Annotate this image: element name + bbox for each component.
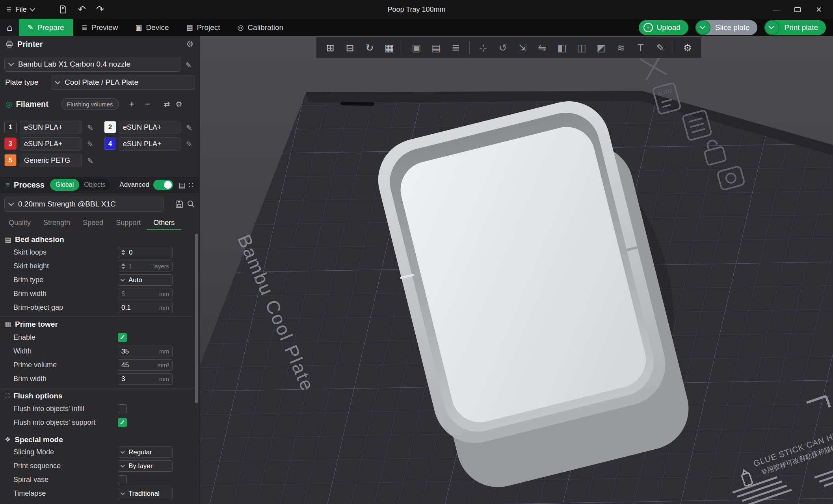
process-grid-icon[interactable]: ∷ [189, 180, 193, 190]
printer-settings-gear-icon[interactable]: ⚙ [186, 39, 193, 49]
text-tool-icon[interactable]: T [631, 39, 651, 56]
filament-settings-gear-icon[interactable]: ⚙ [176, 100, 182, 109]
close-button[interactable]: ✕ [810, 0, 827, 19]
flushing-volumes-button[interactable]: Flushing volumes [61, 98, 119, 110]
tab-prepare[interactable]: ✎ Prepare [19, 19, 73, 36]
variable-layer-height-icon[interactable]: ≋ [611, 39, 631, 56]
skirt-loops-input[interactable]: 0 [118, 247, 173, 258]
menu-icon[interactable]: ≡ [6, 4, 11, 15]
flush-support-checkbox[interactable] [118, 418, 127, 427]
tab-device[interactable]: ▣ Device [126, 19, 177, 36]
move-icon[interactable]: ⊹ [473, 39, 493, 56]
skirt-height-input[interactable]: 1 layers [118, 260, 173, 272]
add-model-icon[interactable]: ⊞ [320, 39, 340, 56]
filament-slot-4-edit-icon[interactable]: ✎ [186, 140, 192, 149]
filament-slot-2-edit-icon[interactable]: ✎ [186, 123, 192, 132]
slice-dropdown-icon[interactable] [695, 20, 710, 35]
viewport-3d-scene[interactable]: Bambu Cool Plate AUTO [200, 36, 833, 504]
filament-slot-5-select[interactable]: Generic PETG [20, 154, 82, 167]
tab-calibration[interactable]: ◎ Calibration [229, 19, 292, 36]
print-plate-button[interactable]: Print plate [764, 20, 826, 35]
spinner-icon[interactable] [121, 249, 125, 255]
filament-slot-4-color[interactable]: 4 [104, 138, 116, 150]
layers-icon[interactable]: ≣ [446, 39, 466, 56]
filament-slot-3-select[interactable]: eSUN PLA+ [20, 137, 82, 151]
filament-slot-5-color[interactable]: 5 [4, 154, 17, 166]
slice-plate-button[interactable]: Slice plate [695, 20, 758, 35]
maximize-button[interactable] [789, 0, 806, 19]
process-preset-select[interactable]: 0.20mm Strength @BBL X1C [4, 197, 164, 212]
tab-support[interactable]: Support [110, 217, 147, 230]
filament-slot-3-edit-icon[interactable]: ✎ [87, 140, 93, 149]
advanced-toggle[interactable] [153, 180, 173, 190]
file-menu[interactable]: File [15, 6, 27, 14]
file-menu-chevron-icon[interactable] [30, 6, 35, 11]
scope-objects[interactable]: Objects [79, 181, 110, 188]
viewport-3d[interactable]: Bambu Cool Plate AUTO [200, 36, 833, 504]
custom-settings-icon[interactable]: ⚙ [678, 39, 697, 56]
save-preset-icon[interactable] [175, 200, 184, 208]
paste-icon[interactable]: ▤ [426, 39, 446, 56]
brim-object-gap-input[interactable]: 0.1 mm [118, 302, 173, 313]
spinner-icon[interactable] [121, 263, 125, 269]
remove-filament-button[interactable]: − [145, 99, 151, 110]
split-to-parts-icon[interactable]: ◩ [591, 39, 611, 56]
prime-tower-width-input[interactable]: 35 mm [118, 346, 173, 357]
filament-slot-1-color[interactable]: 1 [4, 121, 17, 133]
printer-edit-icon[interactable]: ✎ [185, 61, 192, 70]
add-filament-button[interactable]: + [129, 99, 135, 110]
filament-sync-icon[interactable]: ⇄ [164, 100, 170, 109]
scale-icon[interactable]: ⇲ [513, 39, 532, 56]
lay-on-face-icon[interactable]: ◧ [552, 39, 572, 56]
prime-tower-header: ▥ Prime tower [0, 316, 193, 330]
tab-project-label: Project [197, 23, 220, 32]
chevron-down-icon [121, 449, 125, 454]
process-scope-toggle[interactable]: Global Objects [50, 179, 110, 191]
enable-checkbox[interactable] [118, 333, 127, 342]
brim-type-select[interactable]: Auto [118, 274, 173, 286]
tab-preview[interactable]: ≣ Preview [73, 19, 127, 36]
timelapse-select[interactable]: Traditional [118, 488, 173, 499]
tab-quality[interactable]: Quality [2, 217, 37, 230]
upload-button[interactable]: ↑ Upload [639, 20, 688, 35]
split-to-objects-icon[interactable]: ◫ [572, 39, 591, 56]
rotate-icon[interactable]: ↺ [493, 39, 513, 56]
brim-width-input[interactable]: 5 mm [118, 288, 173, 299]
redo-icon[interactable]: ↷ [96, 4, 104, 15]
plate-type-select[interactable]: Cool Plate / PLA Plate [51, 75, 195, 90]
printer-model-select[interactable]: Bambu Lab X1 Carbon 0.4 nozzle [4, 57, 180, 72]
tab-speed[interactable]: Speed [76, 217, 110, 230]
filament-slot-4-select[interactable]: eSUN PLA+ [119, 137, 180, 151]
paint-tool-icon[interactable]: ✎ [651, 39, 670, 56]
spiral-vase-checkbox[interactable] [118, 475, 127, 484]
flush-infill-checkbox[interactable] [118, 404, 127, 413]
filament-slot-3-color[interactable]: 3 [4, 138, 17, 150]
undo-icon[interactable]: ↶ [78, 4, 86, 15]
add-plate-icon[interactable]: ⊟ [340, 39, 360, 56]
prime-brim-width-input[interactable]: 3 mm [118, 373, 173, 385]
print-sequence-select[interactable]: By layer [118, 460, 173, 472]
filament-slot-1-select[interactable]: eSUN PLA+ [20, 121, 82, 134]
sidebar-scrollbar[interactable] [195, 234, 198, 403]
export-sdcard-icon[interactable] [58, 5, 68, 14]
tab-strength[interactable]: Strength [37, 217, 76, 230]
process-list-icon[interactable]: ▤ [178, 180, 186, 190]
search-icon[interactable] [187, 200, 195, 208]
arrange-icon[interactable]: ▦ [379, 39, 399, 56]
tab-project[interactable]: ▤ Project [177, 19, 229, 36]
scope-global[interactable]: Global [50, 179, 79, 191]
slicing-mode-select[interactable]: Regular [118, 446, 173, 458]
filament-slot-5-edit-icon[interactable]: ✎ [87, 156, 93, 166]
minimize-button[interactable]: — [768, 0, 785, 19]
mirror-icon[interactable]: ⇋ [532, 39, 552, 56]
tab-others[interactable]: Others [147, 217, 181, 230]
home-button[interactable]: ⌂ [0, 19, 19, 36]
auto-orient-icon[interactable]: ↻ [360, 39, 379, 56]
prime-volume-input[interactable]: 45 mm³ [118, 359, 173, 371]
filament-slot-2-select[interactable]: eSUN PLA+ [119, 121, 180, 134]
print-dropdown-icon[interactable] [764, 20, 779, 35]
printer-header: Printer ⚙ [0, 37, 199, 51]
copy-icon[interactable]: ▣ [407, 39, 426, 56]
filament-slot-1-edit-icon[interactable]: ✎ [87, 123, 93, 132]
filament-slot-2-color[interactable]: 2 [104, 121, 116, 133]
